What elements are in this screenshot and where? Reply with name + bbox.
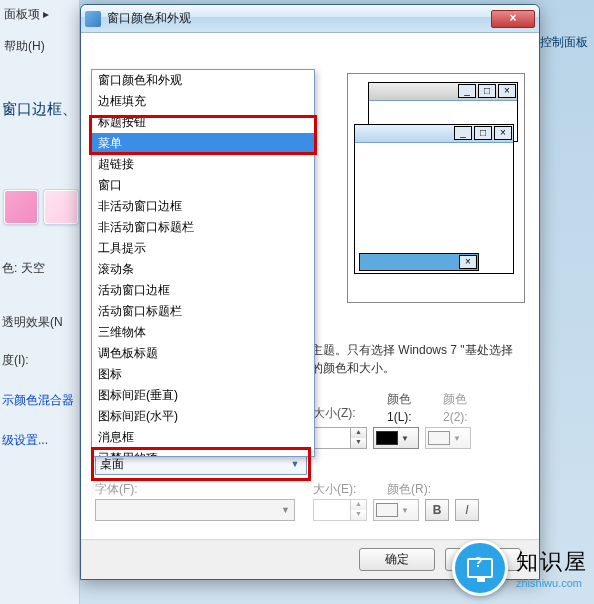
- dropdown-item[interactable]: 标题按钮: [92, 112, 314, 133]
- font-label: 字体(F):: [95, 481, 138, 498]
- close-icon: ×: [494, 126, 512, 140]
- app-icon: [85, 11, 101, 27]
- color2-button: ▼: [425, 427, 471, 449]
- spin-down-icon[interactable]: ▼: [350, 438, 366, 448]
- max-icon: □: [474, 126, 492, 140]
- dropdown-item[interactable]: 菜单: [92, 133, 314, 154]
- fontsize-input: [314, 500, 350, 520]
- size-label: 大小(Z):: [313, 405, 356, 422]
- fontcolor-label: 颜色(R):: [387, 481, 431, 498]
- color-swatches: [4, 190, 78, 224]
- dropdown-item[interactable]: 活动窗口标题栏: [92, 301, 314, 322]
- fontcolor-swatch: [376, 503, 398, 517]
- preview-active-window: _ □ × ×: [354, 124, 514, 274]
- titlebar[interactable]: 窗口颜色和外观 ×: [81, 5, 539, 33]
- dropdown-item[interactable]: 非活动窗口标题栏: [92, 217, 314, 238]
- logo-text-cn: 知识屋: [516, 547, 588, 577]
- dropdown-item[interactable]: 已禁用的项: [92, 448, 314, 457]
- color1-head: 颜色 1(L):: [387, 391, 412, 424]
- dropdown-item[interactable]: 活动窗口边框: [92, 280, 314, 301]
- dropdown-item[interactable]: 调色板标题: [92, 343, 314, 364]
- logo-text-en: zhishiwu.com: [516, 577, 588, 589]
- description-text: 主题。只有选择 Windows 7 "基处选择的颜色和大小。: [311, 341, 523, 377]
- close-icon: ×: [459, 255, 477, 269]
- chevron-down-icon: ▼: [281, 505, 290, 515]
- chevron-down-icon: ▼: [453, 434, 461, 443]
- font-row: ▼: [95, 499, 295, 521]
- swatch-pink[interactable]: [4, 190, 38, 224]
- appearance-dialog: 窗口颜色和外观 × _ □ × _ □ ×: [80, 4, 540, 580]
- close-icon: ×: [498, 84, 516, 98]
- dropdown-item[interactable]: 图标间距(水平): [92, 406, 314, 427]
- preview-panel: _ □ × _ □ × ×: [347, 73, 525, 303]
- ok-button[interactable]: 确定: [359, 548, 435, 571]
- chevron-down-icon[interactable]: ▼: [288, 459, 302, 469]
- breadcrumb[interactable]: 面板项 ▸: [4, 6, 49, 23]
- min-icon: _: [454, 126, 472, 140]
- advanced-link[interactable]: 级设置...: [2, 432, 48, 449]
- dropdown-item[interactable]: 边框填充: [92, 91, 314, 112]
- fontcolor-button: ▼: [373, 499, 419, 521]
- transparency-label[interactable]: 透明效果(N: [2, 314, 63, 331]
- preview-active-titlebar: _ □ ×: [355, 125, 513, 143]
- chevron-down-icon: ▼: [401, 506, 409, 515]
- control-panel-text[interactable]: 控制面板: [540, 34, 588, 51]
- mixer-link[interactable]: 示颜色混合器: [2, 392, 74, 409]
- intensity-label: 度(I):: [2, 352, 29, 369]
- color1-button[interactable]: ▼: [373, 427, 419, 449]
- dropdown-item[interactable]: 图标: [92, 364, 314, 385]
- combo-value: 桌面: [100, 456, 124, 473]
- size-spinner[interactable]: ▲▼: [313, 427, 367, 449]
- color2-swatch: [428, 431, 450, 445]
- size-row: 大小(Z):: [313, 405, 356, 422]
- watermark-logo: ? 知识屋 zhishiwu.com: [452, 540, 588, 596]
- dropdown-item[interactable]: 窗口: [92, 175, 314, 196]
- fontsize-spinner: ▲▼: [313, 499, 367, 521]
- dialog-client: _ □ × _ □ × × 主题。只有选择 Windows 7: [81, 33, 539, 579]
- bg-sidebar: 面板项 ▸ 帮助(H) 窗口边框、 色: 天空 透明效果(N 度(I): 示颜色…: [0, 0, 80, 604]
- preview-inactive-titlebar: _ □ ×: [369, 83, 517, 101]
- size-input[interactable]: [314, 428, 350, 448]
- dropdown-item[interactable]: 图标间距(垂直): [92, 385, 314, 406]
- dropdown-item[interactable]: 三维物体: [92, 322, 314, 343]
- color1-swatch: [376, 431, 398, 445]
- color2-head: 颜色 2(2):: [443, 391, 468, 424]
- spin-up-icon[interactable]: ▲: [350, 428, 366, 438]
- spin-up-icon: ▲: [350, 500, 366, 510]
- dropdown-item[interactable]: 超链接: [92, 154, 314, 175]
- size-control-row: ▲▼ ▼ ▼: [313, 427, 471, 449]
- help-menu[interactable]: 帮助(H): [4, 38, 45, 55]
- logo-badge: ?: [452, 540, 508, 596]
- chevron-down-icon: ▼: [401, 434, 409, 443]
- dialog-title: 窗口颜色和外观: [107, 10, 491, 27]
- preview-msgbox: ×: [359, 253, 479, 271]
- color-label: 色: 天空: [2, 260, 45, 277]
- dropdown-item[interactable]: 窗口颜色和外观: [92, 70, 314, 91]
- spin-down-icon: ▼: [350, 510, 366, 520]
- swatch-lightpink[interactable]: [44, 190, 78, 224]
- font-controls: ▲▼ ▼ B I: [313, 499, 479, 521]
- item-dropdown-list[interactable]: 窗口颜色和外观边框填充标题按钮菜单超链接窗口非活动窗口边框非活动窗口标题栏工具提…: [91, 69, 315, 457]
- dropdown-item[interactable]: 滚动条: [92, 259, 314, 280]
- min-icon: _: [458, 84, 476, 98]
- dropdown-item[interactable]: 工具提示: [92, 238, 314, 259]
- dropdown-item[interactable]: 非活动窗口边框: [92, 196, 314, 217]
- bold-button[interactable]: B: [425, 499, 449, 521]
- font-combo: ▼: [95, 499, 295, 521]
- section-heading: 窗口边框、: [2, 100, 77, 119]
- dropdown-item[interactable]: 消息框: [92, 427, 314, 448]
- italic-button[interactable]: I: [455, 499, 479, 521]
- max-icon: □: [478, 84, 496, 98]
- close-button[interactable]: ×: [491, 10, 535, 28]
- fontsize-label: 大小(E):: [313, 481, 356, 498]
